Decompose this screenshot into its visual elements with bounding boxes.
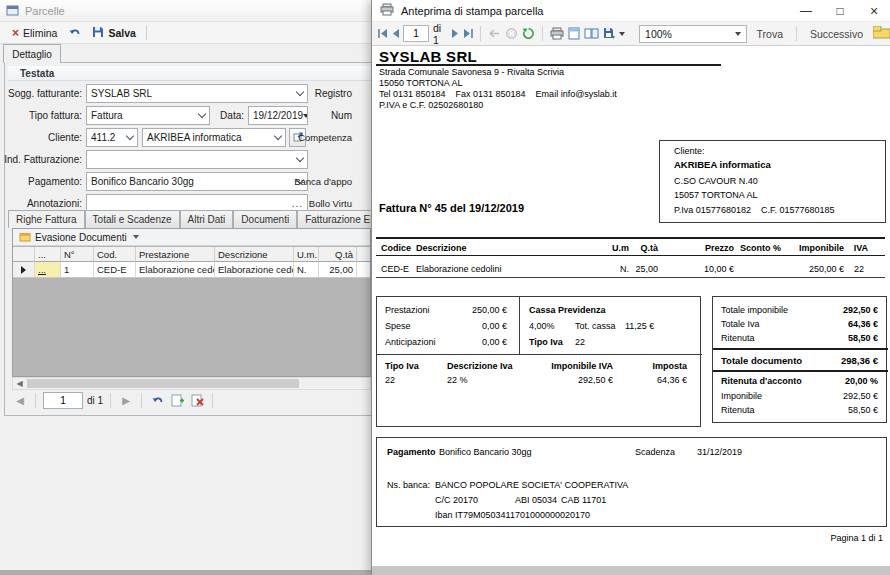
grid-header-cell[interactable]: N°: [61, 247, 94, 262]
client-box: Cliente: AKRIBEA informatica C.SO CAVOUR…: [659, 140, 886, 223]
iva-header-cell: Descrizione Iva: [447, 361, 513, 371]
pager-delete-row-icon[interactable]: [189, 392, 205, 408]
iva-cell: 22 %: [447, 375, 468, 385]
iva-header-cell: Imposta: [652, 361, 687, 371]
print-icon[interactable]: [550, 27, 564, 40]
preview-of-label: di 1: [433, 22, 448, 46]
chevron-down-icon: [296, 154, 304, 162]
cliente-code-combo[interactable]: 411.2: [86, 128, 138, 147]
pager-insert-row-icon[interactable]: [169, 392, 185, 408]
items-header-cell: Codice: [381, 243, 411, 253]
zoom-select[interactable]: 100%: [639, 25, 746, 43]
next-page-icon[interactable]: [452, 29, 460, 38]
scroll-left-icon[interactable]: ◀: [13, 379, 26, 388]
trova-button[interactable]: Trova: [751, 28, 789, 40]
items-cell: N.: [620, 264, 629, 274]
tab-documenti[interactable]: Documenti: [233, 210, 297, 228]
print-layout-icon[interactable]: [568, 27, 580, 40]
preview-window: Anteprima di stampa parcella — □ × di 1: [371, 0, 890, 575]
undo-button[interactable]: [64, 24, 85, 42]
row-selector[interactable]: [13, 262, 35, 278]
refresh-icon[interactable]: [522, 27, 535, 40]
items-cell: 10,00 €: [704, 264, 734, 274]
tipo-iva-label: Tipo Iva: [529, 337, 563, 347]
ritenuta-value: 58,50 €: [848, 333, 878, 343]
grid-cell[interactable]: Elaborazione cedolini: [136, 262, 215, 278]
evasione-documenti-button[interactable]: Evasione Documenti: [35, 232, 127, 243]
banca-appoggio-label: Banca d'appo: [290, 176, 352, 187]
parcelle-app-icon: [6, 4, 19, 18]
iban-value: Iban IT79M0503411701000000020170: [435, 510, 590, 520]
items-header-cell: Descrizione: [416, 243, 467, 253]
items-table: Codice Descrizione U.m Q.tà Prezzo Scont…: [376, 237, 885, 278]
dropdown-arrow-icon: [735, 32, 741, 36]
ind-fatturazione-combo[interactable]: [86, 150, 308, 169]
payment-box: Pagamento Bonifico Bancario 30gg Scadenz…: [376, 437, 887, 527]
back-icon[interactable]: [488, 28, 501, 39]
search-options-icon[interactable]: [873, 26, 890, 41]
page-setup-icon[interactable]: [584, 27, 599, 40]
maximize-button[interactable]: □: [824, 0, 856, 22]
grid-cell[interactable]: ...: [35, 262, 61, 278]
company-name: SYSLAB SRL: [379, 48, 477, 65]
prev-page-icon[interactable]: [391, 29, 399, 38]
grid-header-cell[interactable]: ...: [35, 247, 61, 262]
save-floppy-icon: [92, 26, 104, 40]
stop-icon[interactable]: [505, 27, 518, 40]
document-page: SYSLAB SRL Strada Comunale Savonesa 9 - …: [372, 46, 890, 566]
tab-altri-dati[interactable]: Altri Dati: [180, 210, 234, 228]
ritenuta2-label: Ritenuta: [721, 405, 755, 415]
tot-iva-label: Totale Iva: [721, 319, 760, 329]
last-page-icon[interactable]: [464, 29, 473, 38]
summary-hdivider: [377, 354, 702, 355]
pager-next-icon[interactable]: ▶: [118, 392, 134, 408]
tipo-fattura-combo[interactable]: Fattura: [86, 106, 210, 125]
grid-cell: [357, 262, 371, 278]
grid-cell[interactable]: 25,00: [319, 262, 357, 278]
salva-button[interactable]: Salva: [88, 24, 139, 42]
minimize-button[interactable]: —: [790, 0, 822, 22]
chevron-down-icon: [126, 132, 134, 140]
tot-cassa-value: 11,25 €: [625, 321, 654, 331]
grid-cell[interactable]: CED-E: [94, 262, 136, 278]
pager-undo-icon[interactable]: [149, 392, 165, 408]
cab-value: CAB 11701: [561, 495, 606, 505]
pagamento-combo[interactable]: Bonifico Bancario 30gg: [86, 172, 308, 191]
preview-background: [372, 566, 890, 575]
successivo-button[interactable]: Successivo: [804, 28, 869, 40]
pager-page-input[interactable]: [43, 392, 83, 409]
tab-dettaglio[interactable]: Dettaglio: [3, 44, 61, 63]
chevron-down-icon: [274, 132, 282, 140]
imponibile2-label: Imponibile: [721, 391, 762, 401]
grid-header-cell: [357, 247, 371, 262]
dropdown-arrow-icon: [619, 32, 625, 36]
cc-value: C/C 20170: [435, 495, 478, 505]
grid-cell[interactable]: 1: [61, 262, 94, 278]
grid-header-cell[interactable]: Cod.: [94, 247, 136, 262]
items-header-cell: Imponibile: [799, 243, 844, 253]
elimina-button[interactable]: × Elimina: [8, 25, 61, 41]
client-address: 15057 TORTONA AL: [674, 190, 757, 200]
tot-cassa-label: Tot. cassa: [575, 321, 616, 331]
tab-totali-scadenze[interactable]: Totali e Scadenze: [85, 210, 180, 228]
grid-hscrollbar[interactable]: ◀: [12, 377, 371, 390]
preview-toolbar: di 1 100% Trova Successivo: [372, 22, 890, 46]
grid-cell[interactable]: Elaborazione cedolini: [215, 262, 294, 278]
grid-header-cell[interactable]: Descrizione: [215, 247, 294, 262]
grid-header-cell[interactable]: Q.tà: [319, 247, 357, 262]
pager-prev-icon[interactable]: ◀: [12, 392, 28, 408]
row-marker-icon: [21, 266, 26, 274]
grid-cell[interactable]: N.: [294, 262, 319, 278]
summary-vdivider: [519, 297, 520, 354]
tab-righe-fattura[interactable]: Righe Fattura: [8, 210, 85, 228]
grid-header-cell[interactable]: U.m.: [294, 247, 319, 262]
cliente-name-combo[interactable]: AKRIBEA informatica: [142, 128, 286, 147]
preview-page-input[interactable]: [403, 25, 429, 42]
scadenza-label: Scadenza: [635, 447, 675, 457]
first-page-icon[interactable]: [378, 29, 387, 38]
export-icon[interactable]: [603, 27, 625, 40]
scrollbar-thumb[interactable]: [27, 379, 299, 388]
grid-header-cell[interactable]: Prestazione: [136, 247, 215, 262]
close-button[interactable]: ×: [858, 0, 890, 22]
sogg-fatturante-combo[interactable]: SYSLAB SRL: [86, 84, 308, 103]
